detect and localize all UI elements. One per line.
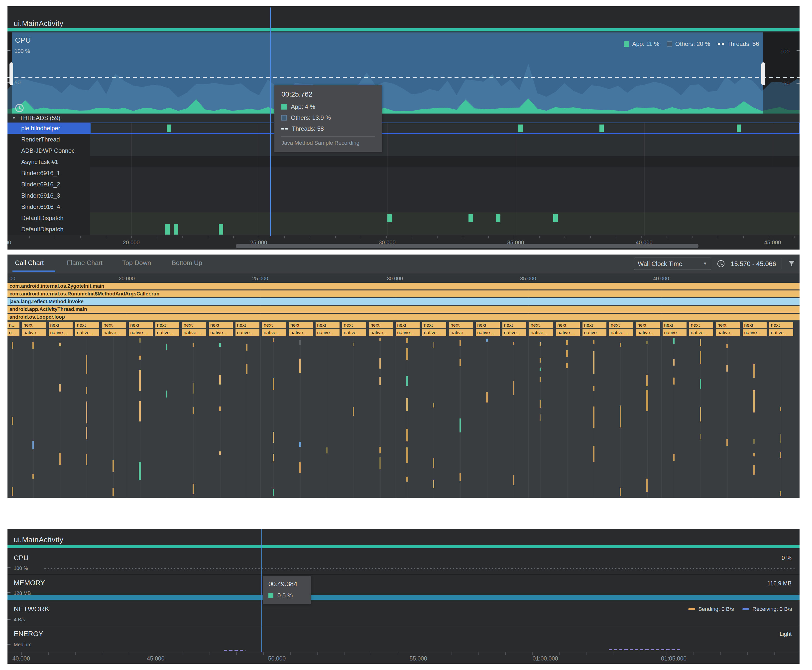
thread-name[interactable]: RenderThread: [7, 134, 90, 145]
call-cell[interactable]: native...: [582, 329, 606, 336]
call-cell[interactable]: next: [636, 322, 660, 328]
tab-top-down[interactable]: Top Down: [122, 259, 151, 267]
thread-row[interactable]: Binder:6916_2: [7, 179, 800, 190]
call-cell[interactable]: native...: [689, 329, 713, 336]
thread-name[interactable]: Binder:6916_1: [7, 168, 90, 179]
call-cell[interactable]: next: [422, 322, 446, 328]
call-frame[interactable]: android.os.Looper.loop: [7, 314, 800, 320]
call-cell[interactable]: next: [769, 322, 793, 328]
thread-row[interactable]: Binder:6916_3: [7, 190, 800, 201]
thread-activity-track[interactable]: [90, 134, 800, 145]
thread-row[interactable]: ADB-JDWP Connec: [7, 145, 800, 156]
call-cell[interactable]: native...: [556, 329, 580, 336]
thread-name[interactable]: ple.bilndhelper: [7, 122, 90, 134]
thread-activity-track[interactable]: [90, 212, 800, 223]
call-cell[interactable]: native...: [102, 329, 126, 336]
call-cell[interactable]: native...: [716, 329, 740, 336]
call-cell[interactable]: next: [502, 322, 527, 328]
thread-name[interactable]: ADB-JDWP Connec: [7, 145, 90, 156]
call-cell[interactable]: next: [449, 322, 473, 328]
call-cell[interactable]: native...: [155, 329, 179, 336]
call-frame[interactable]: java.lang.reflect.Method.invoke: [7, 298, 800, 305]
call-cell[interactable]: next: [289, 322, 313, 328]
call-cell[interactable]: next: [663, 322, 687, 328]
call-cell[interactable]: native...: [75, 329, 99, 336]
thread-name[interactable]: DefaultDispatch: [7, 212, 90, 223]
call-cell[interactable]: next: [716, 322, 740, 328]
call-cell[interactable]: native...: [182, 329, 206, 336]
call-cell[interactable]: next: [75, 322, 99, 328]
call-cell[interactable]: next: [316, 322, 339, 328]
thread-row[interactable]: RenderThread: [7, 134, 800, 145]
thread-name[interactable]: AsyncTask #1: [7, 156, 90, 168]
call-cell[interactable]: native...: [636, 329, 660, 336]
call-cell[interactable]: next: [22, 322, 46, 328]
call-cell[interactable]: next: [556, 322, 580, 328]
tab-call-chart[interactable]: Call Chart: [15, 259, 44, 267]
call-frame[interactable]: android.app.ActivityThread.main: [7, 306, 800, 313]
threads-section-header[interactable]: ▼ THREADS (59): [7, 113, 800, 122]
call-cell[interactable]: native...: [235, 329, 260, 336]
call-cell[interactable]: native...: [49, 329, 73, 336]
tab-flame-chart[interactable]: Flame Chart: [67, 259, 103, 267]
thread-activity-track[interactable]: [90, 168, 800, 179]
call-cell[interactable]: native...: [209, 329, 233, 336]
call-cell[interactable]: next: [342, 322, 366, 328]
memory-row-label[interactable]: MEMORY: [14, 579, 45, 587]
call-cell[interactable]: next: [689, 322, 713, 328]
thread-activity-track[interactable]: [90, 190, 800, 201]
thread-name[interactable]: DefaultDispatch: [7, 223, 90, 235]
thread-row[interactable]: DefaultDispatch: [7, 223, 800, 235]
call-cell[interactable]: next: [209, 322, 233, 328]
call-cell[interactable]: next: [743, 322, 766, 328]
thread-name[interactable]: Binder:6916_4: [7, 201, 90, 212]
clock-mode-select[interactable]: Wall Clock Time ▼: [634, 257, 711, 270]
call-cell[interactable]: native...: [422, 329, 446, 336]
call-cell[interactable]: next: [529, 322, 553, 328]
thread-row[interactable]: AsyncTask #1: [7, 156, 800, 168]
call-cell[interactable]: next: [235, 322, 260, 328]
selection-left-handle[interactable]: [10, 63, 13, 85]
filter-icon[interactable]: [788, 260, 795, 268]
call-cell[interactable]: next: [476, 322, 500, 328]
call-cell[interactable]: native...: [369, 329, 393, 336]
call-cell[interactable]: native...: [342, 329, 366, 336]
call-cell[interactable]: native...: [22, 329, 46, 336]
call-cell[interactable]: native...: [529, 329, 553, 336]
call-frame[interactable]: com.android.internal.os.RuntimeInit$Meth…: [7, 291, 800, 297]
call-cell[interactable]: native...: [502, 329, 527, 336]
thread-activity-track[interactable]: [90, 223, 800, 235]
call-cell[interactable]: next: [582, 322, 606, 328]
thread-name[interactable]: Binder:6916_3: [7, 190, 90, 201]
energy-row-label[interactable]: ENERGY: [14, 630, 43, 638]
call-cell[interactable]: native...: [289, 329, 313, 336]
call-cell[interactable]: native...: [262, 329, 286, 336]
call-cell[interactable]: native...: [449, 329, 473, 336]
call-cell[interactable]: next: [49, 322, 73, 328]
thread-row[interactable]: Binder:6916_4: [7, 201, 800, 212]
call-cell[interactable]: native...: [476, 329, 500, 336]
cpu-row-label[interactable]: CPU: [14, 554, 29, 562]
call-cell[interactable]: next: [129, 322, 153, 328]
call-cell[interactable]: native...: [129, 329, 153, 336]
thread-name[interactable]: Binder:6916_2: [7, 179, 90, 190]
call-cell[interactable]: next: [182, 322, 206, 328]
call-cell[interactable]: native...: [769, 329, 793, 336]
call-cell[interactable]: next: [262, 322, 286, 328]
thread-activity-track[interactable]: [90, 145, 800, 156]
thread-activity-track[interactable]: [90, 201, 800, 212]
call-cell[interactable]: next: [396, 322, 420, 328]
call-frame[interactable]: com.android.internal.os.ZygoteInit.main: [7, 283, 800, 289]
call-cell[interactable]: native...: [609, 329, 633, 336]
call-cell[interactable]: native...: [316, 329, 339, 336]
call-cell[interactable]: next: [369, 322, 393, 328]
thread-row[interactable]: ple.bilndhelper: [7, 122, 800, 134]
tab-bottom-up[interactable]: Bottom Up: [172, 259, 202, 267]
call-cell[interactable]: next: [609, 322, 633, 328]
call-cell[interactable]: native...: [396, 329, 420, 336]
call-cell[interactable]: native...: [663, 329, 687, 336]
cpu-usage-chart[interactable]: CPU 100 % 50 100 50 App: 11 %Others: 20 …: [7, 32, 800, 113]
call-cell[interactable]: next: [102, 322, 126, 328]
thread-activity-track[interactable]: [90, 122, 800, 134]
thread-activity-track[interactable]: [90, 156, 800, 168]
